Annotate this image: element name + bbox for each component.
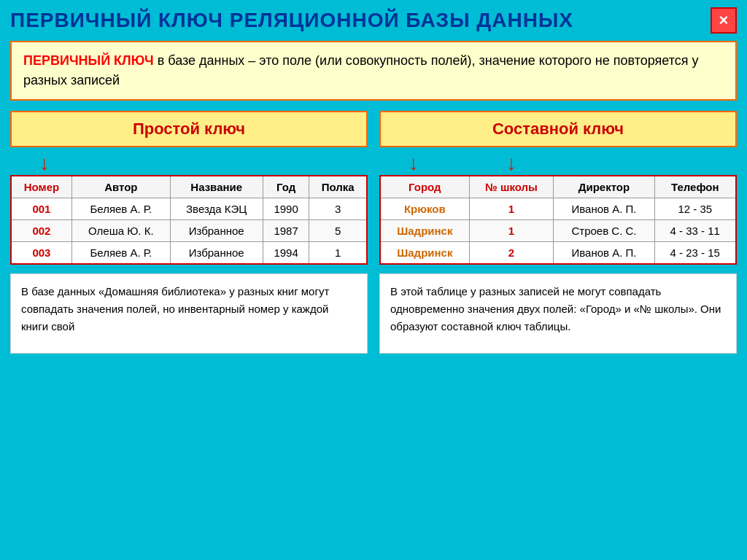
- composite-key-desc-column: В этой таблице у разных записей не могут…: [379, 273, 737, 354]
- simple-key-col-title: Название: [170, 176, 263, 198]
- table-row: 003 Беляев А. Р. Избранное 1994 1: [11, 242, 367, 265]
- main-container: ПЕРВИЧНЫЙ КЛЮЧ РЕЛЯЦИОННОЙ БАЗЫ ДАННЫХ ×…: [0, 0, 747, 560]
- comp-row3-city: Шадринск: [380, 242, 469, 265]
- simple-key-header-row: Номер Автор Название Год Полка: [11, 176, 367, 198]
- table-row: Крюков 1 Иванов А. П. 12 - 35: [380, 198, 736, 220]
- simple-key-column: Простой ключ ↓ Номер Автор Название Год …: [10, 111, 368, 265]
- table-row: 001 Беляев А. Р. Звезда КЭЦ 1990 3: [11, 198, 367, 220]
- comp-row2-director: Строев С. С.: [554, 220, 654, 242]
- comp-row2-phone: 4 - 33 - 11: [654, 220, 736, 242]
- composite-key-table: Город № школы Директор Телефон Крюков 1 …: [379, 175, 737, 265]
- composite-key-arrow1-icon: ↓: [409, 153, 419, 174]
- keys-section: Простой ключ ↓ Номер Автор Название Год …: [10, 111, 737, 265]
- simple-row1-year: 1990: [263, 198, 309, 220]
- simple-row3-year: 1994: [263, 242, 309, 265]
- simple-row2-title: Избранное: [170, 220, 263, 242]
- simple-row1-номер: 001: [11, 198, 71, 220]
- definition-box: ПЕРВИЧНЫЙ КЛЮЧ в базе данных – это поле …: [10, 41, 737, 101]
- comp-row2-city: Шадринск: [380, 220, 469, 242]
- simple-key-table-body: 001 Беляев А. Р. Звезда КЭЦ 1990 3 002 О…: [11, 198, 367, 265]
- simple-key-col-nomер: Номер: [11, 176, 71, 198]
- simple-row2-shelf: 5: [309, 220, 367, 242]
- composite-key-col-city: Город: [380, 176, 469, 198]
- table-row: Шадринск 1 Строев С. С. 4 - 33 - 11: [380, 220, 736, 242]
- title-bar: ПЕРВИЧНЫЙ КЛЮЧ РЕЛЯЦИОННОЙ БАЗЫ ДАННЫХ ×: [10, 7, 737, 34]
- composite-key-header-row: Город № школы Директор Телефон: [380, 176, 736, 198]
- composite-key-arrow2-icon: ↓: [506, 153, 516, 174]
- composite-key-col-school: № школы: [469, 176, 554, 198]
- composite-key-table-head: Город № школы Директор Телефон: [380, 176, 736, 198]
- simple-row1-author: Беляев А. Р.: [71, 198, 170, 220]
- comp-row1-director: Иванов А. П.: [554, 198, 654, 220]
- composite-key-arrows-container: ↓ ↓: [379, 153, 737, 174]
- simple-row3-title: Избранное: [170, 242, 263, 265]
- page-title: ПЕРВИЧНЫЙ КЛЮЧ РЕЛЯЦИОННОЙ БАЗЫ ДАННЫХ: [10, 9, 573, 32]
- composite-key-col-director: Директор: [554, 176, 654, 198]
- composite-key-description: В этой таблице у разных записей не могут…: [379, 273, 737, 354]
- composite-key-title: Составной ключ: [379, 111, 737, 147]
- composite-key-col-phone: Телефон: [654, 176, 736, 198]
- simple-row2-year: 1987: [263, 220, 309, 242]
- simple-row2-номер: 002: [11, 220, 71, 242]
- table-row: 002 Олеша Ю. К. Избранное 1987 5: [11, 220, 367, 242]
- descriptions-section: В базе данных «Домашняя библиотека» у ра…: [10, 273, 737, 354]
- simple-row3-shelf: 1: [309, 242, 367, 265]
- simple-row3-номер: 003: [11, 242, 71, 265]
- composite-key-column: Составной ключ ↓ ↓ Город № школы Директо…: [379, 111, 737, 265]
- simple-row1-title: Звезда КЭЦ: [170, 198, 263, 220]
- table-row: Шадринск 2 Иванов А. П. 4 - 23 - 15: [380, 242, 736, 265]
- simple-row2-author: Олеша Ю. К.: [71, 220, 170, 242]
- simple-key-col-year: Год: [263, 176, 309, 198]
- comp-row3-school: 2: [469, 242, 554, 265]
- simple-key-table: Номер Автор Название Год Полка 001 Беляе…: [10, 175, 368, 265]
- close-button[interactable]: ×: [711, 7, 737, 34]
- comp-row2-school: 1: [469, 220, 554, 242]
- simple-key-col-author: Автор: [71, 176, 170, 198]
- simple-key-desc-column: В базе данных «Домашняя библиотека» у ра…: [10, 273, 368, 354]
- simple-key-arrow-container: ↓: [10, 153, 368, 174]
- definition-highlight: ПЕРВИЧНЫЙ КЛЮЧ: [23, 53, 154, 68]
- simple-key-col-shelf: Полка: [309, 176, 367, 198]
- simple-key-table-head: Номер Автор Название Год Полка: [11, 176, 367, 198]
- comp-row1-city: Крюков: [380, 198, 469, 220]
- comp-row3-phone: 4 - 23 - 15: [654, 242, 736, 265]
- simple-key-description: В базе данных «Домашняя библиотека» у ра…: [10, 273, 368, 354]
- simple-row3-author: Беляев А. Р.: [71, 242, 170, 265]
- composite-key-table-body: Крюков 1 Иванов А. П. 12 - 35 Шадринск 1…: [380, 198, 736, 265]
- comp-row1-phone: 12 - 35: [654, 198, 736, 220]
- simple-key-title: Простой ключ: [10, 111, 368, 147]
- simple-key-arrow-icon: ↓: [39, 153, 50, 174]
- comp-row3-director: Иванов А. П.: [554, 242, 654, 265]
- comp-row1-school: 1: [469, 198, 554, 220]
- close-icon: ×: [719, 12, 729, 28]
- simple-row1-shelf: 3: [309, 198, 367, 220]
